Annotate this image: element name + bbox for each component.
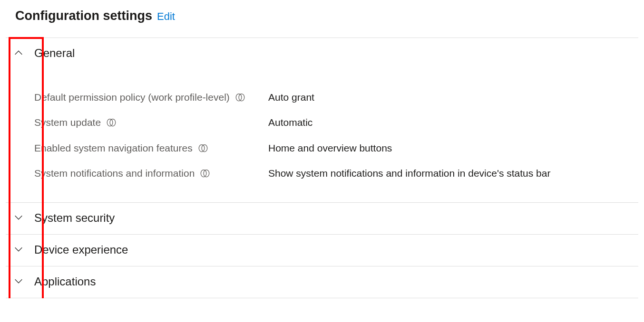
section-title: Applications xyxy=(34,275,96,288)
section-title: System security xyxy=(34,211,115,224)
chevron-down-icon xyxy=(13,244,24,255)
detail-label: Default permission policy (work profile-… xyxy=(34,92,230,103)
section-row-general[interactable]: General Default permission policy (work … xyxy=(6,38,638,196)
detail-row: Default permission policy (work profile-… xyxy=(34,85,638,110)
chevron-up-icon xyxy=(13,47,24,58)
info-icon[interactable] xyxy=(200,169,210,178)
section-general-details: Default permission policy (work profile-… xyxy=(34,60,638,186)
detail-label: Enabled system navigation features xyxy=(34,142,193,153)
detail-row: System update Automatic xyxy=(34,110,638,135)
info-icon[interactable] xyxy=(107,118,116,127)
detail-value: Auto grant xyxy=(268,92,314,103)
detail-value: Show system notifications and informatio… xyxy=(268,168,550,179)
detail-value: Home and overview buttons xyxy=(268,142,392,153)
page-title: Configuration settings xyxy=(15,9,152,23)
detail-row: System notifications and information Sho… xyxy=(34,161,638,186)
section-title: General xyxy=(34,47,75,59)
chevron-down-icon xyxy=(13,212,24,223)
section-row-applications[interactable]: Applications xyxy=(6,266,638,298)
info-icon[interactable] xyxy=(198,143,208,153)
detail-label: System notifications and information xyxy=(34,168,195,179)
section-row-device-experience[interactable]: Device experience xyxy=(6,235,638,266)
section-title: Device experience xyxy=(34,243,128,256)
chevron-down-icon xyxy=(13,276,24,286)
detail-label: System update xyxy=(34,117,101,128)
section-header: Configuration settings Edit xyxy=(6,9,638,38)
info-icon[interactable] xyxy=(235,93,245,102)
detail-row: Enabled system navigation features Home … xyxy=(34,135,638,161)
section-row-system-security[interactable]: System security xyxy=(6,203,638,235)
edit-link[interactable]: Edit xyxy=(157,10,175,23)
detail-value: Automatic xyxy=(268,117,312,128)
